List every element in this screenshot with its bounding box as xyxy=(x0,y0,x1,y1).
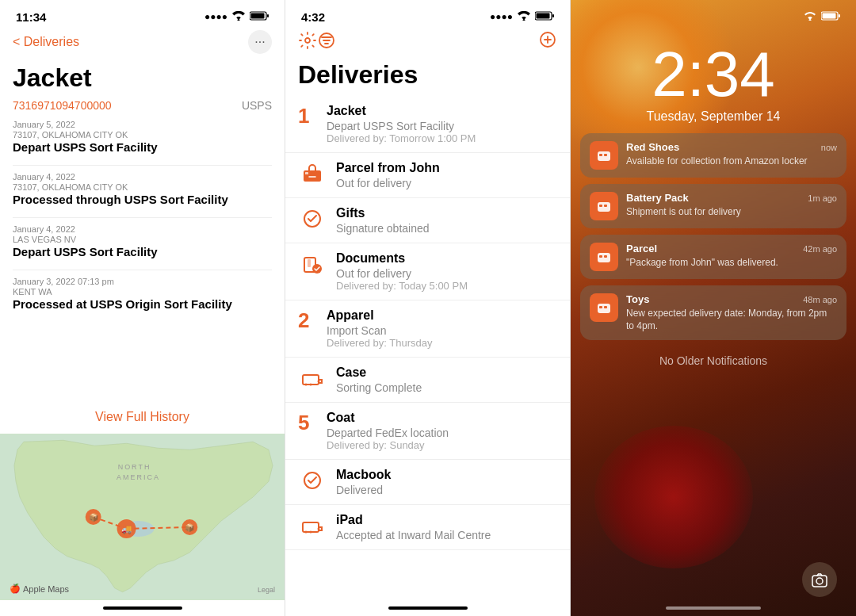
apple-maps-label: 🍎 Apple Maps xyxy=(10,583,69,594)
delivery-item-macbook[interactable]: Macbook Delivered xyxy=(285,460,570,505)
divider xyxy=(13,217,272,218)
status-bar: 11:34 ●●●● xyxy=(0,0,285,27)
notification-toys[interactable]: Toys 48m ago New expected delivery date:… xyxy=(580,285,846,340)
svg-rect-45 xyxy=(604,205,607,207)
svg-text:📦: 📦 xyxy=(185,522,195,533)
delivery-content: iPad Accepted at Inward Mail Centre xyxy=(336,513,557,541)
lock-date: Tuesday, September 14 xyxy=(571,109,856,124)
notification-parcel[interactable]: Parcel 42m ago "Package from John" was d… xyxy=(580,235,846,279)
app-icon xyxy=(590,243,618,271)
camera-button[interactable] xyxy=(802,562,837,597)
svg-rect-42 xyxy=(604,154,607,156)
history-item-4: January 3, 2022 07:13 pm KENT WA Process… xyxy=(13,277,272,311)
status-icons: ●●●● xyxy=(490,10,554,24)
delivery-item-documents[interactable]: Documents Out for delivery Delivered by:… xyxy=(285,243,570,300)
svg-rect-52 xyxy=(812,576,827,587)
legal-label[interactable]: Legal xyxy=(258,586,275,594)
svg-point-29 xyxy=(318,381,320,383)
add-button[interactable] xyxy=(538,30,557,54)
delivery-icon xyxy=(298,513,327,537)
notification-body: Parcel 42m ago "Package from John" was d… xyxy=(626,243,837,269)
status-time: 11:34 xyxy=(16,10,46,24)
notification-battery-pack[interactable]: Battery Pack 1m ago Shipment is out for … xyxy=(580,184,846,228)
notification-red-shoes[interactable]: Red Shoes now Available for collection f… xyxy=(580,133,846,178)
svg-rect-49 xyxy=(598,304,610,313)
svg-point-53 xyxy=(816,578,823,584)
notification-message: Shipment is out for delivery xyxy=(626,205,837,218)
delivery-status: Out for delivery xyxy=(336,267,557,280)
notification-time: 42m ago xyxy=(803,244,837,254)
delivery-status: Departed FedEx location xyxy=(327,427,557,439)
wifi-icon xyxy=(232,10,245,24)
svg-rect-17 xyxy=(537,13,550,19)
notification-time: 48m ago xyxy=(803,295,837,304)
view-full-history-button[interactable]: View Full History xyxy=(0,404,285,430)
delivery-item-coat[interactable]: 5 Coat Departed FedEx location Delivered… xyxy=(285,403,570,460)
delivery-item-jacket[interactable]: 1 Jacket Depart USPS Sort Facility Deliv… xyxy=(285,96,570,153)
svg-rect-28 xyxy=(303,375,319,385)
status-bar: 4:32 ●●●● xyxy=(285,0,570,27)
delivery-item-ipad[interactable]: iPad Accepted at Inward Mail Centre xyxy=(285,505,570,550)
history-item-1: January 5, 2022 73107, OKLAHOMA CITY OK … xyxy=(13,120,272,154)
home-bar xyxy=(103,606,182,610)
history-item-2: January 4, 2022 73107, OKLAHOMA CITY OK … xyxy=(13,172,272,206)
delivery-item-gifts[interactable]: Gifts Signature obtained xyxy=(285,198,570,243)
page-title: Deliveries xyxy=(285,57,570,96)
delivery-item-apparel[interactable]: 2 Apparel Import Scan Delivered by: Thur… xyxy=(285,300,570,358)
tracking-row: 7316971094700000 USPS xyxy=(0,98,285,120)
carrier-label: USPS xyxy=(242,99,272,112)
map-container[interactable]: 📦 🚚 📦 NORTH AMERICA 🍎 Apple Maps Legal xyxy=(0,434,285,600)
delivery-status: Import Scan xyxy=(327,324,557,337)
more-button[interactable]: ··· xyxy=(248,30,272,54)
notification-app: Toys xyxy=(626,293,649,305)
page-title: Jacket xyxy=(0,60,285,98)
nav-bar: < Deliveries ··· xyxy=(0,27,285,60)
status-time: 4:32 xyxy=(301,10,325,24)
delivery-content: Coat Departed FedEx location Delivered b… xyxy=(327,411,557,451)
signal-icon: ●●●● xyxy=(204,11,227,22)
notification-message: New expected delivery date: Monday, from… xyxy=(626,307,837,332)
back-button[interactable]: < Deliveries xyxy=(13,35,79,49)
history-location: 73107, OKLAHOMA CITY OK xyxy=(13,182,272,192)
svg-rect-18 xyxy=(552,14,554,17)
notification-header: Toys 48m ago xyxy=(626,293,837,305)
svg-rect-23 xyxy=(305,172,308,174)
delivery-content: Apparel Import Scan Delivered by: Thursd… xyxy=(327,308,557,349)
delivery-sub: Delivered by: Tomorrow 1:00 PM xyxy=(327,132,557,144)
delivery-item-case[interactable]: Case Sorting Complete xyxy=(285,358,570,403)
notification-time: 1m ago xyxy=(808,193,837,203)
delivery-number: 5 xyxy=(298,411,317,433)
delivery-icon xyxy=(298,468,327,492)
delivery-status: Signature obtained xyxy=(336,222,557,235)
settings-icon[interactable] xyxy=(298,31,317,54)
svg-point-36 xyxy=(310,531,312,534)
lock-content: 2:34 Tuesday, September 14 Red Shoes now… xyxy=(571,0,856,616)
delivery-content: Parcel from John Out for delivery xyxy=(336,161,557,189)
delivery-sub: Delivered by: Thursday xyxy=(327,337,557,349)
app-icon xyxy=(590,141,618,170)
tracking-number: 7316971094700000 xyxy=(13,99,112,112)
history-event: Processed at USPS Origin Sort Facility xyxy=(13,297,272,311)
home-indicator xyxy=(285,600,570,616)
delivery-status: Out for delivery xyxy=(336,177,557,189)
svg-point-19 xyxy=(305,38,310,43)
svg-rect-51 xyxy=(604,306,607,308)
delivery-icon xyxy=(298,161,327,185)
delivery-content: Jacket Depart USPS Sort Facility Deliver… xyxy=(327,104,557,144)
svg-text:NORTH: NORTH xyxy=(118,463,151,471)
notification-time: now xyxy=(821,143,837,152)
wifi-icon xyxy=(518,10,530,24)
delivery-icon xyxy=(298,206,327,230)
svg-rect-44 xyxy=(599,205,602,207)
notification-header: Red Shoes now xyxy=(626,141,837,153)
filter-icon[interactable] xyxy=(317,31,336,54)
svg-text:🚚: 🚚 xyxy=(121,523,132,534)
delivery-icon xyxy=(298,365,327,389)
battery-lock-icon xyxy=(821,10,840,24)
delivery-icon xyxy=(298,251,327,275)
svg-rect-40 xyxy=(598,151,610,161)
svg-rect-38 xyxy=(823,13,836,19)
panel-jacket-detail: 11:34 ●●●● < Deliveries ··· Jacket 73169… xyxy=(0,0,285,616)
delivery-item-parcel-from-john[interactable]: Parcel from John Out for delivery xyxy=(285,153,570,198)
lock-status-bar xyxy=(571,0,856,27)
